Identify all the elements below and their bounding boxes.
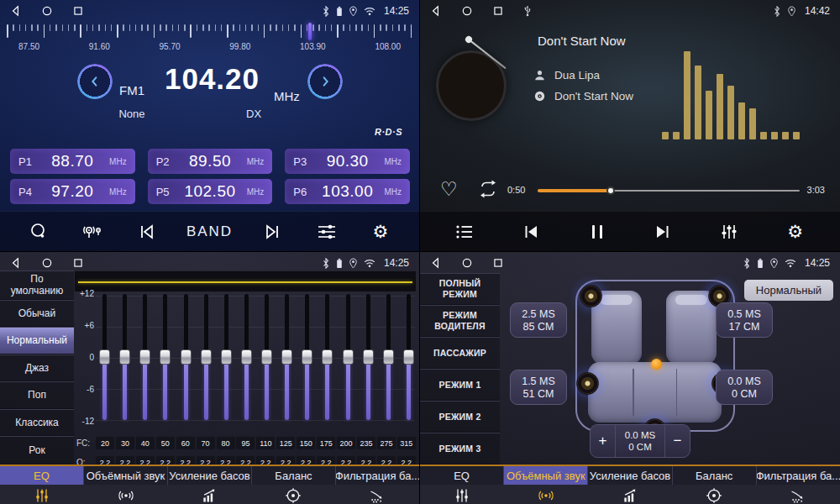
- fc-value[interactable]: 50: [156, 437, 175, 449]
- tab-eq[interactable]: EQ: [420, 466, 504, 485]
- tune-up-button[interactable]: [308, 65, 342, 98]
- rear-right-delay-button[interactable]: 0.0 MS 0 CM: [716, 370, 773, 405]
- playlist-button[interactable]: [450, 217, 479, 247]
- slider-thumb[interactable]: [403, 349, 414, 365]
- nav-home-icon[interactable]: [461, 5, 473, 17]
- fc-value[interactable]: 30: [116, 437, 134, 449]
- preset-button[interactable]: P2 89.50 MHz: [148, 149, 273, 174]
- tuner-dial[interactable]: 87.5091.6095.7099.80103.90108.00: [0, 22, 419, 55]
- listening-position-dot[interactable]: [651, 359, 662, 370]
- nav-recents-icon[interactable]: [492, 5, 504, 17]
- listening-mode-item[interactable]: РЕЖИМ 3: [420, 433, 500, 465]
- preset-button[interactable]: P6 103.00 MHz: [285, 179, 410, 204]
- stations-button[interactable]: [78, 217, 107, 247]
- fc-value[interactable]: 70: [197, 437, 215, 449]
- slider-thumb[interactable]: [322, 349, 333, 365]
- filter-icon[interactable]: [335, 485, 419, 504]
- band-gain-slider[interactable]: [302, 294, 312, 420]
- band-gain-slider[interactable]: [99, 294, 110, 420]
- eq-sliders-icon[interactable]: [0, 485, 84, 504]
- slider-thumb[interactable]: [181, 349, 192, 365]
- fc-value[interactable]: 315: [397, 437, 416, 449]
- eq-preset-item[interactable]: По умолчанию: [0, 270, 74, 300]
- slider-thumb[interactable]: [363, 349, 374, 365]
- settings-gear-button[interactable]: ⚙: [781, 217, 810, 247]
- eq-preset-item[interactable]: Классика: [0, 409, 74, 437]
- band-button[interactable]: BAND: [186, 217, 233, 247]
- nav-home-icon[interactable]: [41, 257, 53, 269]
- slider-thumb[interactable]: [383, 349, 394, 365]
- tab-surround[interactable]: Объёмный звук: [84, 466, 168, 485]
- slider-thumb[interactable]: [261, 349, 272, 365]
- fc-value[interactable]: 20: [96, 437, 114, 449]
- fc-value[interactable]: 95: [236, 437, 255, 449]
- listening-mode-item[interactable]: ПАССАЖИР: [420, 337, 500, 369]
- nav-home-icon[interactable]: [461, 257, 473, 269]
- preset-button[interactable]: P3 90.30 MHz: [285, 149, 410, 174]
- eq-preset-item[interactable]: Джаз: [0, 354, 74, 382]
- band-gain-slider[interactable]: [201, 294, 212, 420]
- band-gain-slider[interactable]: [343, 294, 354, 420]
- slider-thumb[interactable]: [221, 349, 232, 365]
- listening-mode-item[interactable]: РЕЖИМ ВОДИТЕЛЯ: [420, 305, 500, 337]
- fc-value[interactable]: 110: [256, 437, 275, 449]
- seek-previous-button[interactable]: [133, 217, 161, 247]
- listening-mode-item[interactable]: ПОЛНЫЙ РЕЖИМ: [420, 273, 500, 305]
- seek-next-button[interactable]: [258, 217, 286, 247]
- tab-balance[interactable]: Баланс: [673, 466, 757, 485]
- tab-bass-boost[interactable]: Усиление басов: [168, 466, 252, 485]
- listening-mode-item[interactable]: РЕЖИМ 1: [420, 369, 500, 401]
- tab-filter[interactable]: Фильтрация ба...: [757, 466, 840, 485]
- nav-recents-icon[interactable]: [72, 5, 84, 17]
- progress-thumb[interactable]: [606, 186, 615, 195]
- fc-value[interactable]: 175: [317, 437, 335, 449]
- preset-button[interactable]: P4 97.20 MHz: [10, 179, 135, 204]
- slider-thumb[interactable]: [160, 349, 171, 365]
- slider-thumb[interactable]: [302, 349, 312, 365]
- nav-recents-icon[interactable]: [492, 257, 504, 269]
- equalizer-shortcut-button[interactable]: [715, 217, 743, 247]
- scan-button[interactable]: [24, 217, 53, 247]
- repeat-button[interactable]: [477, 180, 499, 201]
- band-gain-slider[interactable]: [281, 294, 292, 420]
- fc-value[interactable]: 40: [136, 437, 155, 449]
- band-gain-slider[interactable]: [160, 294, 171, 420]
- eq-preset-item[interactable]: Нормальный: [0, 327, 74, 354]
- front-left-delay-button[interactable]: 2.5 MS 85 CM: [510, 302, 567, 338]
- fc-value[interactable]: 80: [217, 437, 235, 449]
- tab-eq[interactable]: EQ: [0, 466, 84, 485]
- eq-preset-item[interactable]: Рок: [0, 436, 74, 464]
- tab-balance[interactable]: Баланс: [252, 466, 336, 485]
- fc-value[interactable]: 275: [377, 437, 396, 449]
- fc-value[interactable]: 150: [297, 437, 315, 449]
- favorite-button[interactable]: ♡: [440, 178, 458, 201]
- front-right-delay-button[interactable]: 0.5 MS 17 CM: [716, 302, 773, 338]
- eq-sliders-icon[interactable]: [420, 485, 504, 504]
- nav-recents-icon[interactable]: [72, 257, 84, 269]
- band-gain-slider[interactable]: [221, 294, 232, 420]
- slider-thumb[interactable]: [139, 349, 150, 365]
- nav-back-icon[interactable]: [10, 5, 22, 17]
- rear-left-speaker-icon[interactable]: [576, 372, 599, 395]
- tab-filter[interactable]: Фильтрация ба...: [336, 466, 419, 485]
- preset-button[interactable]: P5 102.50 MHz: [148, 179, 273, 204]
- tab-bass-boost[interactable]: Усиление басов: [588, 466, 672, 485]
- previous-track-button[interactable]: [517, 217, 545, 247]
- surround-icon[interactable]: [84, 485, 168, 504]
- delay-increase-button[interactable]: +: [591, 425, 615, 457]
- band-gain-slider[interactable]: [261, 294, 272, 420]
- band-gain-slider[interactable]: [383, 294, 394, 420]
- band-gain-slider[interactable]: [322, 294, 333, 420]
- nav-back-icon[interactable]: [10, 257, 22, 269]
- balance-icon[interactable]: [672, 485, 756, 504]
- surround-icon[interactable]: [504, 485, 588, 504]
- slider-thumb[interactable]: [201, 349, 212, 365]
- settings-gear-button[interactable]: ⚙: [366, 217, 395, 247]
- band-gain-slider[interactable]: [119, 294, 130, 420]
- eq-preset-item[interactable]: Обычай: [0, 300, 74, 328]
- tuner-settings-button[interactable]: [312, 217, 341, 247]
- fc-value[interactable]: 200: [337, 437, 355, 449]
- balance-icon[interactable]: [251, 485, 335, 504]
- slider-thumb[interactable]: [241, 349, 252, 365]
- eq-preset-item[interactable]: Поп: [0, 381, 74, 409]
